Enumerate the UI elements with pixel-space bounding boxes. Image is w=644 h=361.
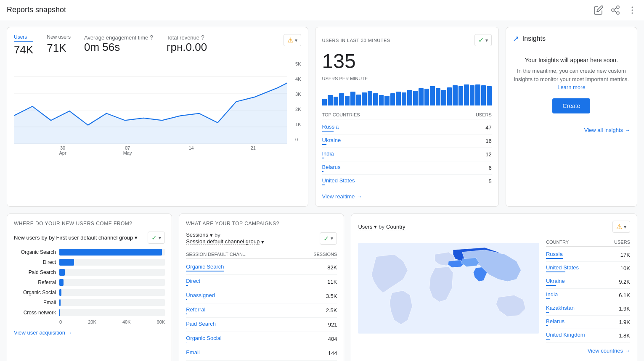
bar [458,86,464,105]
insights-body: Your Insights will appear here soon. In … [513,50,630,120]
campaign-row: Organic Search 82K [186,261,337,275]
main-content: Users 74K New users 71K Average engageme… [0,20,644,361]
bar [424,89,429,105]
world-map-svg [358,238,539,339]
hbar-row: Cross-network [14,309,165,316]
top-row: Users 74K New users 71K Average engageme… [7,27,637,207]
bar [419,88,424,106]
map-row: Russia 17K [546,248,630,262]
hbar-row: Email [14,299,165,306]
campaign-row: Organic Social 404 [186,332,337,346]
arrow-icon: → [356,193,362,200]
dropdown-icon: ▾ [374,224,377,230]
bar [368,91,373,105]
view-realtime-link[interactable]: View realtime → [322,193,492,200]
create-button[interactable]: Create [552,98,590,113]
bar [350,92,355,106]
campaign-row: Paid Search 921 [186,318,337,332]
bottom-row: WHERE DO YOUR NEW USERS COME FROM? New u… [7,213,637,361]
realtime-check-button[interactable]: ✓ ▾ [474,34,492,46]
svg-point-1 [612,9,614,11]
map-row: United Kingdom 1.8K [546,329,630,343]
alert-button[interactable]: ⚠ ▾ [284,34,301,46]
map-users-filter[interactable]: Users ▾ [358,224,377,230]
new-users-label: New users [47,34,71,40]
dropdown-icon: ▾ [261,239,264,245]
campaign-row: Email 144 [186,346,337,361]
realtime-count: 135 [322,50,492,73]
insights-header: ↗ Insights [513,34,630,43]
realtime-header: USERS IN LAST 30 MINUTES ✓ ▾ [322,34,492,46]
country-row: Ukraine 16 [322,134,492,148]
acquisition-section-title: WHERE DO YOUR NEW USERS COME FROM? [14,221,165,227]
bar [447,87,452,106]
dropdown-arrow: ▾ [159,235,161,241]
map-country-filter[interactable]: Country [386,224,405,230]
edit-icon[interactable] [594,5,604,15]
acquisition-check-button[interactable]: ✓ ▾ [148,232,165,244]
new-users-value: 71K [47,42,71,55]
hbar-row: Organic Social [14,289,165,296]
avg-engagement-metric: Average engagement time ? 0m 56s [84,34,153,54]
view-all-insights-link[interactable]: View all insights → [513,127,630,133]
acquisition-bar-chart: Organic Search Direct Paid Search Referr… [14,249,165,324]
campaign-row: Unassigned 3.5K [186,289,337,303]
users-metric: Users 74K [14,34,33,56]
map-card: Users ▾ by Country ⚠ ▾ [351,213,637,361]
hbar-x-labels: 020K40K60K [59,319,165,324]
page-header: Reports snapshot [0,0,644,20]
bar [470,85,475,106]
bar [453,85,458,106]
bar [481,85,486,106]
bar [328,95,333,105]
bar [345,96,350,106]
acquisition-filter-label[interactable]: New users by by First user default chann… [14,235,138,241]
check-icon: ✓ [323,235,329,242]
country-row: United States 5 [322,175,492,188]
svg-point-5 [632,6,633,8]
campaigns-table-header: SESSION DEFAULT CHAN... SESSIONS [186,250,337,259]
insights-card: ↗ Insights Your Insights will appear her… [506,27,637,207]
header-actions [594,5,637,15]
users-per-minute-chart [322,84,492,105]
chart-x-labels: 30Apr 07May 14 21 [14,145,301,155]
map-svg-container [358,238,539,343]
bar [402,92,407,106]
map-container: COUNTRY USERS Russia 17K United States 1… [358,238,630,343]
bar [413,91,418,105]
insights-title: Insights [522,35,546,42]
more-icon[interactable] [627,5,637,15]
share-icon[interactable] [610,5,620,15]
learn-more-link[interactable]: Learn more [557,84,585,90]
page-title: Reports snapshot [7,5,66,14]
alert-icon: ⚠ [616,223,622,231]
insights-icon: ↗ [513,34,519,43]
campaigns-filter-channel[interactable]: Session default channel group ▾ [186,238,264,245]
bar [322,99,327,106]
map-alert-button[interactable]: ⚠ ▾ [612,221,630,233]
map-table-header: COUNTRY USERS [546,238,630,247]
country-row: India 12 [322,148,492,161]
bar [475,84,480,105]
campaigns-filter-sessions[interactable]: Sessions ▾ [186,232,213,238]
campaigns-section-title: WHAT ARE YOUR TOP CAMPAIGNS? [186,221,337,227]
check-icon: ✓ [478,36,484,44]
users-label[interactable]: Users [14,34,33,42]
arrow-icon: → [625,348,630,354]
acquisition-card: WHERE DO YOUR NEW USERS COME FROM? New u… [7,213,172,361]
bar [334,97,339,105]
bar [436,88,441,106]
view-user-acquisition-link[interactable]: View user acquisition → [14,329,165,336]
total-revenue-value: грн.0.00 [167,41,207,54]
bar [441,90,446,106]
avg-engagement-value: 0m 56s [84,41,153,54]
bar [356,95,361,106]
users-card: Users 74K New users 71K Average engageme… [7,27,308,207]
avg-engagement-label: Average engagement time ? [84,34,153,41]
campaigns-check-button[interactable]: ✓ ▾ [320,232,337,245]
dropdown-icon: ▾ [210,232,213,238]
help-icon-revenue: ? [201,34,204,41]
realtime-title: USERS IN LAST 30 MINUTES [322,38,390,43]
realtime-subtitle: USERS PER MINUTE [322,76,492,81]
view-countries-link[interactable]: View countries → [358,348,630,354]
